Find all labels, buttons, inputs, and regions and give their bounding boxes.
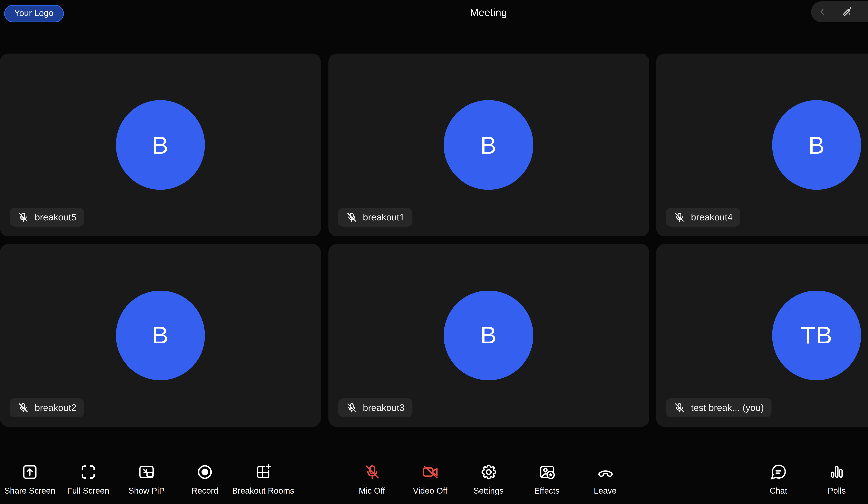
meeting-app: Your Logo Meeting (0, 0, 868, 504)
participant-tile[interactable]: B breakout2 (0, 244, 321, 427)
avatar: B (116, 100, 205, 190)
avatar: B (772, 100, 861, 190)
toolbar-label: Show PiP (128, 486, 165, 496)
chat-button[interactable]: Chat (749, 463, 808, 496)
mic-off-icon (17, 212, 29, 223)
toolbar-label: Settings (473, 486, 504, 496)
mic-off-icon (17, 402, 29, 414)
mic-off-icon (363, 463, 381, 481)
fullscreen-icon (79, 463, 97, 481)
record-icon (196, 463, 214, 481)
record-button[interactable]: Record (176, 463, 234, 496)
participant-tile[interactable]: B breakout3 (328, 244, 649, 427)
layout-nav-pill (811, 1, 868, 22)
avatar: B (116, 291, 205, 380)
picture-in-picture-icon (137, 463, 156, 481)
name-badge: breakout5 (10, 208, 84, 227)
chevron-right-icon[interactable] (867, 7, 868, 17)
avatar: TB (772, 291, 861, 380)
settings-button[interactable]: Settings (459, 463, 518, 496)
participant-name: breakout3 (363, 403, 404, 413)
toolbar-label: Chat (769, 486, 787, 496)
mic-toggle-button[interactable]: Mic Off (343, 463, 401, 496)
toolbar-label: Full Screen (67, 486, 110, 496)
participant-tile-self[interactable]: TB test break... (you) (656, 244, 868, 427)
polls-button[interactable]: Polls (808, 463, 866, 496)
toolbar-label: Polls (828, 486, 846, 496)
toolbar-label: Breakout Rooms (232, 486, 294, 496)
name-badge: breakout4 (666, 208, 740, 227)
toolbar-label: Mic Off (359, 486, 385, 496)
toolbar-left-group: Share Screen Full Screen (1, 463, 292, 496)
breakout-rooms-icon (254, 463, 272, 481)
participants-button[interactable]: Participants (866, 463, 868, 496)
screen-share-icon (21, 463, 39, 481)
effects-button[interactable]: Effects (518, 463, 576, 496)
polls-icon (828, 463, 846, 481)
mic-off-icon (345, 402, 357, 414)
mic-off-icon (674, 402, 685, 414)
mic-off-icon (674, 212, 685, 223)
name-badge: breakout1 (338, 208, 412, 227)
breakout-rooms-button[interactable]: Breakout Rooms (234, 463, 292, 496)
show-pip-button[interactable]: Show PiP (117, 463, 176, 496)
leave-button[interactable]: Leave (576, 463, 634, 496)
participant-name: breakout2 (35, 403, 76, 413)
name-badge: breakout2 (10, 398, 84, 417)
video-toggle-button[interactable]: Video Off (401, 463, 459, 496)
participant-tile[interactable]: B breakout5 (0, 53, 321, 236)
name-badge: breakout3 (338, 398, 412, 417)
header: Your Logo Meeting (0, 0, 868, 53)
share-screen-button[interactable]: Share Screen (1, 463, 59, 496)
full-screen-button[interactable]: Full Screen (59, 463, 117, 496)
magic-wand-icon[interactable] (840, 4, 854, 19)
header-right: 06:56 7 (811, 1, 868, 23)
video-grid: B breakout5 B (0, 53, 868, 427)
participant-name: breakout1 (363, 212, 404, 223)
toolbar-right-group: Chat Polls (749, 463, 868, 496)
video-off-icon (421, 463, 439, 481)
toolbar-label: Record (192, 486, 218, 496)
gear-icon (479, 463, 497, 481)
participant-tile[interactable]: B breakout1 (328, 53, 649, 236)
name-badge: test break... (you) (666, 398, 772, 417)
toolbar-label: Share Screen (4, 486, 55, 496)
participant-tile[interactable]: B breakout4 (656, 53, 868, 236)
toolbar-label: Leave (594, 486, 617, 496)
participant-name: test break... (you) (691, 403, 764, 413)
avatar: B (444, 100, 533, 190)
page-title: Meeting (0, 6, 868, 18)
mic-off-icon (345, 212, 357, 223)
effects-icon (538, 463, 556, 481)
participant-name: breakout4 (691, 212, 733, 223)
toolbar-label: Effects (534, 486, 559, 496)
avatar: B (444, 291, 533, 380)
control-bar: Share Screen Full Screen (0, 427, 868, 504)
participant-name: breakout5 (35, 212, 76, 223)
toolbar-center-group: Mic Off Video Off (343, 463, 634, 496)
leave-call-icon (596, 463, 614, 481)
toolbar-label: Video Off (413, 486, 447, 496)
chevron-left-icon[interactable] (817, 7, 827, 17)
chat-icon (769, 463, 787, 481)
